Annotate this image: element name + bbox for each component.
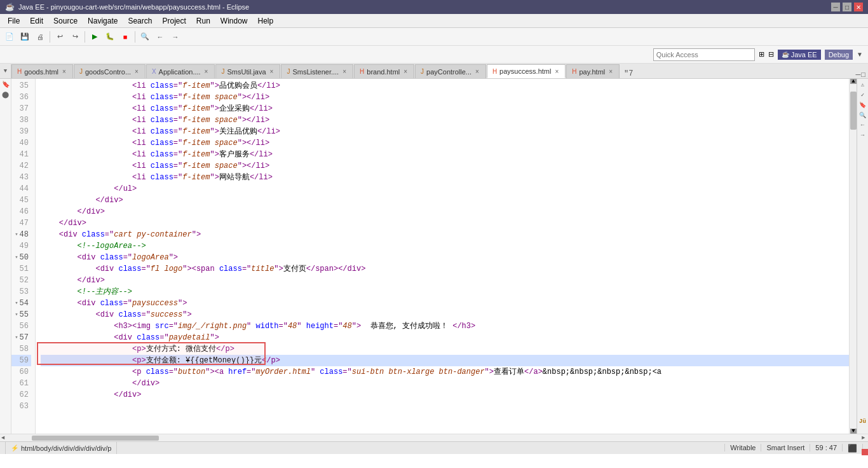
menu-help[interactable]: Help bbox=[253, 15, 279, 27]
minimize-button[interactable]: ─ bbox=[831, 3, 840, 11]
code-line-54: <div class="paysuccess"> bbox=[41, 298, 849, 309]
code-line-58: <p>支付方式: 微信支付</p> bbox=[41, 343, 849, 355]
toolbar-forward[interactable]: → bbox=[168, 30, 182, 44]
toolbar-run[interactable]: ▶ bbox=[88, 30, 102, 44]
scrollbar-thumb[interactable] bbox=[850, 92, 857, 130]
code-line-35: <li class="f-item">品优购会员</li> bbox=[41, 80, 849, 92]
tab-icon-smslistener: J bbox=[287, 68, 290, 75]
tab-goodscontro[interactable]: J goodsContro... × bbox=[74, 64, 146, 78]
toolbar-save[interactable]: 💾 bbox=[18, 30, 32, 44]
maximize-editor[interactable]: □ bbox=[861, 71, 865, 78]
menu-project[interactable]: Project bbox=[157, 15, 191, 27]
tab-smsutil[interactable]: J SmsUtil.java × bbox=[215, 64, 280, 78]
title-bar-controls[interactable]: ─ □ ✕ bbox=[831, 3, 863, 11]
h-scroll-thumb[interactable] bbox=[32, 436, 159, 441]
status-position: 59 : 47 bbox=[810, 444, 843, 451]
minimize-editor[interactable]: ─ bbox=[856, 71, 861, 78]
sidebar-tasks[interactable]: ✓ bbox=[858, 90, 867, 99]
sidebar-j1[interactable]: Jü bbox=[858, 417, 867, 426]
menu-window[interactable]: Window bbox=[215, 15, 253, 27]
title-bar: ☕ Java EE - pinyougou-cart-web/src/main/… bbox=[0, 0, 868, 14]
tab-overflow[interactable]: "7 bbox=[620, 69, 637, 78]
main-toolbar: 📄 💾 🖨 ↩ ↪ ▶ 🐛 ■ 🔍 ← → bbox=[0, 28, 868, 46]
tab-paysuccess[interactable]: H paysuccess.html × bbox=[487, 64, 566, 78]
linenum-52: 52 bbox=[11, 275, 31, 286]
menu-file[interactable]: File bbox=[3, 15, 25, 27]
perspective-icon[interactable]: ⊟ bbox=[768, 50, 774, 59]
linenum-58: 58 bbox=[11, 343, 31, 355]
linenum-60: 60 bbox=[11, 366, 31, 378]
menu-run[interactable]: Run bbox=[191, 15, 215, 27]
linenum-46: 46 bbox=[11, 206, 31, 217]
code-line-61: </div> bbox=[41, 378, 849, 389]
sidebar-arrow1[interactable]: ← bbox=[858, 121, 867, 130]
tab-close-goods[interactable]: × bbox=[61, 68, 67, 75]
code-line-63 bbox=[41, 401, 849, 412]
tab-smslistener[interactable]: J SmsListener.... × bbox=[281, 64, 353, 78]
status-bar: ⚡ html/body/div/div/div/div/div/p Writab… bbox=[0, 441, 868, 454]
tab-close-smslistener[interactable]: × bbox=[341, 68, 348, 75]
code-line-48: <div class="cart py-container"> bbox=[41, 229, 849, 240]
toolbar-sep-3 bbox=[135, 31, 135, 43]
toolbar-undo[interactable]: ↩ bbox=[53, 30, 67, 44]
gutter-bookmark[interactable]: 🔖 bbox=[1, 80, 10, 89]
code-line-47: </div> bbox=[41, 217, 849, 229]
tab-close-smsutil[interactable]: × bbox=[269, 68, 275, 75]
tab-close-paysuccess[interactable]: × bbox=[553, 68, 560, 75]
toolbar-redo[interactable]: ↪ bbox=[68, 30, 82, 44]
code-line-59: <p>支付金额: ¥{{getMoney()}}元</p> bbox=[41, 355, 849, 366]
title-bar-left: ☕ Java EE - pinyougou-cart-web/src/main/… bbox=[5, 3, 249, 11]
linenum-41: 41 bbox=[11, 149, 31, 160]
editor-container: 35 36 37 38 39 40 41 42 43 44 45 46 47 ▾… bbox=[11, 79, 868, 434]
perspective-selector[interactable]: ⊞ bbox=[759, 50, 764, 59]
quick-access-bar: ⊞ ⊟ ☕ Java EE Debug ▼ bbox=[0, 46, 868, 64]
sidebar-problems[interactable]: ⚠ bbox=[858, 80, 867, 89]
toolbar-debug[interactable]: 🐛 bbox=[103, 30, 117, 44]
menu-bar: File Edit Source Navigate Search Project… bbox=[0, 14, 868, 28]
code-line-57: <div class="paydetail"> bbox=[41, 332, 849, 343]
breadcrumb-text: html/body/div/div/div/div/div/p bbox=[21, 444, 111, 452]
tab-close-goodscontro[interactable]: × bbox=[133, 68, 140, 75]
menu-edit[interactable]: Edit bbox=[25, 15, 48, 27]
menu-search[interactable]: Search bbox=[123, 15, 157, 27]
tab-close-pay[interactable]: × bbox=[607, 68, 614, 75]
perspective-menu[interactable]: ▼ bbox=[857, 51, 863, 58]
toolbar-search[interactable]: 🔍 bbox=[138, 30, 152, 44]
sidebar-bookmarks-side[interactable]: 🔖 bbox=[858, 100, 867, 109]
debug-perspective[interactable]: Debug bbox=[825, 50, 853, 60]
title-bar-text: Java EE - pinyougou-cart-web/src/main/we… bbox=[18, 3, 249, 11]
sidebar-arrow2[interactable]: → bbox=[858, 131, 867, 140]
tab-icon-pay: H bbox=[572, 68, 576, 75]
quick-access-input[interactable] bbox=[653, 48, 755, 61]
tab-application[interactable]: X Application.... × bbox=[146, 64, 215, 78]
menu-source[interactable]: Source bbox=[48, 15, 83, 27]
tab-pay[interactable]: H pay.html × bbox=[566, 64, 620, 78]
h-scroll-bar[interactable]: ◄ ► bbox=[0, 434, 868, 441]
menu-navigate[interactable]: Navigate bbox=[83, 15, 123, 27]
right-sidebar: ⚠ ✓ 🔖 🔍 ← → Jü bbox=[857, 79, 868, 434]
code-line-52: </div> bbox=[41, 275, 849, 286]
toolbar-stop[interactable]: ■ bbox=[118, 30, 132, 44]
maximize-button[interactable]: □ bbox=[843, 3, 851, 11]
linenum-35: 35 bbox=[11, 80, 31, 92]
java-ee-perspective[interactable]: ☕ Java EE bbox=[778, 50, 821, 60]
tab-goods-html[interactable]: H goods.html × bbox=[11, 64, 73, 78]
tab-close-paycontrolle[interactable]: × bbox=[474, 68, 480, 75]
toolbar-back[interactable]: ← bbox=[153, 30, 167, 44]
tab-close-brand[interactable]: × bbox=[402, 68, 409, 75]
linenum-57: ▾57 bbox=[11, 332, 31, 343]
tab-brand[interactable]: H brand.html × bbox=[354, 64, 414, 78]
close-button[interactable]: ✕ bbox=[854, 3, 863, 11]
linenum-51: 51 bbox=[11, 263, 31, 275]
code-line-62: </div> bbox=[41, 389, 849, 401]
sidebar-search-side[interactable]: 🔍 bbox=[858, 111, 867, 120]
code-area[interactable]: <li class="f-item">品优购会员</li> <li class=… bbox=[36, 79, 849, 434]
tab-icon-goods: H bbox=[17, 68, 22, 75]
gutter-breakpoint[interactable]: ⬤ bbox=[1, 90, 10, 99]
tab-paycontrolle[interactable]: J payControlle... × bbox=[415, 64, 486, 78]
vertical-scrollbar[interactable]: ▲ ▼ bbox=[849, 79, 857, 434]
tab-icon-paysuccess: H bbox=[492, 68, 497, 75]
toolbar-print[interactable]: 🖨 bbox=[33, 30, 47, 44]
toolbar-new[interactable]: 📄 bbox=[3, 30, 17, 44]
tab-close-application[interactable]: × bbox=[203, 68, 210, 75]
